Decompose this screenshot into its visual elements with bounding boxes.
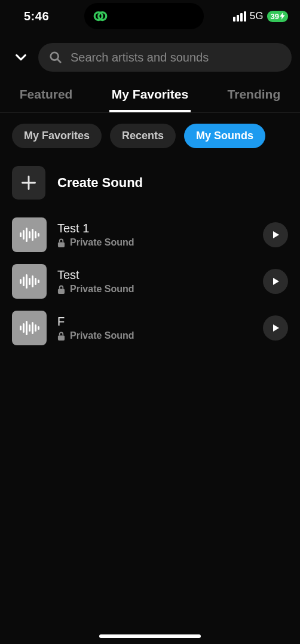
play-button[interactable]: [263, 315, 288, 341]
svg-rect-24: [32, 322, 33, 334]
play-icon: [271, 230, 280, 240]
plus-icon: [20, 174, 37, 191]
charging-icon: [280, 13, 285, 20]
home-indicator[interactable]: [99, 634, 201, 638]
svg-rect-26: [38, 326, 39, 330]
battery-badge: 39: [267, 11, 288, 22]
list-item[interactable]: Test 1 Private Sound: [12, 211, 292, 258]
svg-rect-21: [23, 323, 25, 333]
svg-rect-19: [58, 289, 65, 293]
chevron-down-icon: [14, 51, 27, 64]
battery-percentage: 39: [271, 12, 279, 21]
waveform-icon: [19, 274, 39, 289]
svg-rect-8: [32, 229, 33, 241]
tab-my-favorites[interactable]: My Favorites: [109, 81, 191, 112]
svg-rect-12: [20, 279, 22, 284]
svg-rect-6: [26, 228, 27, 242]
list-item[interactable]: Test Private Sound: [12, 258, 292, 305]
main-tabs: Featured My Favorites Trending: [0, 78, 300, 113]
status-bar: 5:46 5G 39: [0, 0, 300, 32]
filter-chips: My Favorites Recents My Sounds: [0, 113, 300, 154]
tab-featured[interactable]: Featured: [17, 81, 75, 112]
svg-rect-9: [35, 231, 36, 238]
chip-recents[interactable]: Recents: [110, 124, 176, 148]
chip-my-sounds[interactable]: My Sounds: [184, 124, 265, 148]
tab-trending[interactable]: Trending: [225, 81, 283, 112]
svg-rect-16: [32, 275, 33, 287]
svg-rect-13: [23, 277, 25, 286]
svg-rect-27: [58, 335, 65, 340]
svg-rect-15: [29, 278, 30, 285]
status-time: 5:46: [24, 10, 49, 23]
svg-rect-10: [38, 233, 39, 237]
svg-rect-18: [38, 280, 39, 283]
lock-icon: [57, 238, 65, 247]
sound-subtitle: Private Sound: [57, 330, 252, 341]
waveform-icon: [19, 321, 39, 335]
search-bar[interactable]: [38, 43, 292, 72]
svg-rect-17: [35, 278, 36, 285]
svg-rect-5: [23, 230, 25, 240]
play-icon: [271, 277, 280, 286]
play-button[interactable]: [263, 222, 288, 247]
plus-tile: [12, 166, 45, 200]
svg-rect-14: [26, 274, 27, 289]
play-button[interactable]: [263, 269, 288, 294]
svg-rect-22: [26, 321, 27, 335]
privacy-label: Private Sound: [70, 284, 134, 295]
lock-icon: [57, 285, 65, 294]
play-icon: [271, 323, 280, 333]
lock-icon: [57, 332, 65, 341]
sound-thumbnail: [12, 311, 47, 345]
list-item[interactable]: F Private Sound: [12, 305, 292, 351]
chip-my-favorites[interactable]: My Favorites: [12, 124, 102, 148]
status-right: 5G 39: [233, 10, 288, 22]
svg-rect-7: [29, 231, 30, 238]
svg-rect-23: [29, 324, 30, 332]
svg-rect-11: [58, 242, 65, 247]
cellular-signal-icon: [233, 11, 246, 22]
sound-meta: F Private Sound: [57, 315, 252, 341]
sound-subtitle: Private Sound: [57, 237, 252, 248]
privacy-label: Private Sound: [70, 237, 134, 248]
waveform-icon: [19, 228, 39, 242]
sound-title: F: [57, 315, 252, 329]
privacy-label: Private Sound: [70, 330, 134, 341]
collapse-button[interactable]: [13, 50, 29, 65]
search-icon: [49, 51, 62, 64]
search-input[interactable]: [71, 51, 281, 65]
network-label: 5G: [250, 10, 264, 22]
sound-meta: Test 1 Private Sound: [57, 222, 252, 248]
svg-rect-25: [35, 324, 36, 332]
svg-rect-20: [20, 326, 22, 330]
search-row: [0, 32, 300, 78]
app-indicator-icon: [91, 7, 109, 25]
dynamic-island: [84, 3, 204, 29]
sound-thumbnail: [12, 264, 47, 299]
create-sound-button[interactable]: Create Sound: [0, 154, 300, 208]
sound-meta: Test Private Sound: [57, 268, 252, 295]
sound-title: Test: [57, 268, 252, 282]
create-sound-label: Create Sound: [57, 175, 143, 191]
sound-list: Test 1 Private Sound Test Private Sound: [0, 208, 300, 351]
svg-rect-4: [20, 232, 22, 237]
svg-line-3: [57, 59, 61, 63]
sound-thumbnail: [12, 217, 47, 252]
sound-title: Test 1: [57, 222, 252, 235]
sound-subtitle: Private Sound: [57, 284, 252, 295]
